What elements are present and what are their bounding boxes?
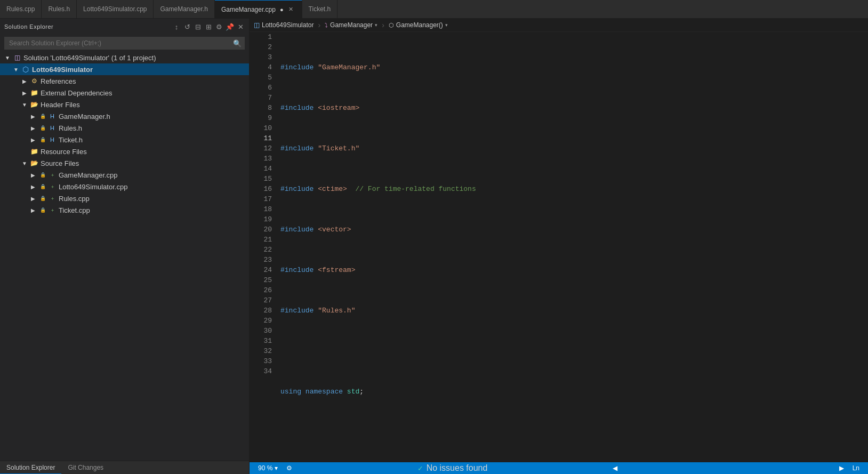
code-content[interactable]: #include "GameManager.h" #include <iostr… — [276, 32, 868, 462]
status-bar-left: 90 % ▾ ⚙ — [254, 462, 296, 474]
line-num-4: 4 — [258, 62, 272, 73]
arrow-down-icon — [20, 100, 29, 109]
arrow-down-icon — [12, 65, 20, 74]
sidebar-pin-icon[interactable]: 📌 — [226, 22, 234, 31]
toolbar-function-dropdown[interactable]: ⬡ GameManager() ▾ — [389, 21, 448, 29]
arrow-right-icon — [20, 77, 29, 85]
line-num-16: 16 — [258, 184, 272, 194]
tab-label: Ticket.h — [309, 5, 331, 13]
tree-item-gamemanager-cpp[interactable]: 🔒 ＋ GameManager.cpp — [0, 169, 249, 181]
tree-item-solution[interactable]: ◫ Solution 'Lotto649Simulator' (1 of 1 p… — [0, 52, 249, 63]
line-num-17: 17 — [258, 194, 272, 204]
tab-lotto649-cpp[interactable]: Lotto649Simulator.cpp — [77, 0, 154, 18]
tree-item-project[interactable]: ⬡ Lotto649Simulator — [0, 63, 249, 75]
line-num-12: 12 — [258, 143, 272, 154]
tree-item-label: Ticket.h — [58, 136, 83, 144]
line-num-8: 8 — [258, 103, 272, 113]
line-num-14: 14 — [258, 164, 272, 174]
line-num-2: 2 — [258, 42, 272, 52]
tree-item-label: Rules.cpp — [58, 195, 90, 203]
tree-item-lotto649-cpp[interactable]: 🔒 ＋ Lotto649Simulator.cpp — [0, 181, 249, 192]
sidebar-refresh-icon[interactable]: ↺ — [183, 22, 191, 31]
scope-icon: ⤵ — [325, 22, 328, 28]
tree-item-references[interactable]: ⚙ References — [0, 75, 249, 87]
plus-icon: ＋ — [48, 182, 57, 191]
tree-item-rules-cpp[interactable]: 🔒 ＋ Rules.cpp — [0, 192, 249, 204]
tab-gamemanager-cpp[interactable]: GameManager.cpp ● ✕ — [215, 0, 302, 18]
code-container[interactable]: 1 2 3 4 5 6 7 8 9 10 11 12 13 14 15 16 1… — [250, 32, 868, 462]
solution-tree: ◫ Solution 'Lotto649Simulator' (1 of 1 p… — [0, 52, 249, 461]
line-num-32: 32 — [258, 346, 272, 356]
line-num-19: 19 — [258, 214, 272, 224]
tab-rules-cpp[interactable]: Rules.cpp — [0, 0, 42, 18]
tree-item-gamemanager-h[interactable]: 🔒 H GameManager.h — [0, 110, 249, 122]
arrow-right-icon — [29, 206, 37, 214]
line-num-10: 10 — [258, 123, 272, 133]
toolbar-scope-dropdown[interactable]: ⤵ GameManager ▾ — [325, 21, 377, 29]
line-num-20: 20 — [258, 224, 272, 235]
code-line-5: #include <vector> — [280, 224, 868, 235]
header-icon: H — [48, 112, 57, 120]
tree-item-rules-h[interactable]: 🔒 H Rules.h — [0, 122, 249, 134]
status-nav-right[interactable]: ▶ — [835, 462, 848, 474]
line-num-15: 15 — [258, 174, 272, 184]
tab-rules-h[interactable]: Rules.h — [42, 0, 77, 18]
no-issues-check-icon: ✓ — [417, 464, 423, 472]
search-icon[interactable]: 🔍 — [233, 39, 242, 47]
code-line-7: #include "Rules.h" — [280, 306, 868, 316]
tree-item-label: Header Files — [39, 101, 80, 109]
tab-close-button[interactable]: ✕ — [287, 5, 295, 14]
sidebar-tab-label: Git Changes — [68, 464, 103, 471]
tab-ticket-h[interactable]: Ticket.h — [302, 0, 338, 18]
line-num-9: 9 — [258, 113, 272, 123]
arrow-down-icon — [3, 53, 12, 62]
line-num-21: 21 — [258, 235, 272, 245]
line-num-6: 6 — [258, 83, 272, 93]
tree-item-resource-files[interactable]: 📁 Resource Files — [0, 146, 249, 157]
tree-item-label: Ticket.cpp — [58, 206, 90, 214]
tree-item-ticket-h[interactable]: 🔒 H Ticket.h — [0, 134, 249, 146]
status-scrollbar[interactable] — [622, 462, 835, 474]
tree-item-source-files[interactable]: 📂 Source Files — [0, 157, 249, 169]
sidebar-tab-git-changes[interactable]: Git Changes — [61, 461, 110, 474]
references-icon: ⚙ — [30, 77, 38, 85]
sidebar-sync-icon[interactable]: ↕ — [172, 22, 181, 31]
zoom-dropdown-icon: ▾ — [275, 464, 278, 472]
status-bar: 90 % ▾ ⚙ ✓ No issues found ◀ ▶ Ln — [250, 462, 868, 474]
code-line-10 — [280, 427, 868, 437]
tab-bar: Rules.cpp Rules.h Lotto649Simulator.cpp … — [0, 0, 868, 19]
code-line-3: #include "Ticket.h" — [280, 143, 868, 154]
status-bar-center: ✓ No issues found — [296, 463, 608, 473]
editor-toolbar: ◫ Lotto649Simulator › ⤵ GameManager ▾ › … — [250, 19, 868, 32]
status-settings-icon[interactable]: ⚙ — [282, 462, 296, 474]
tree-item-ticket-cpp[interactable]: 🔒 ＋ Ticket.cpp — [0, 204, 249, 216]
search-box: 🔍 — [4, 37, 245, 50]
tab-gamemanager-h[interactable]: GameManager.h — [154, 0, 214, 18]
status-nav-left[interactable]: ◀ — [608, 462, 622, 474]
sidebar-close-icon[interactable]: ✕ — [236, 22, 245, 31]
line-num-18: 18 — [258, 204, 272, 214]
gear-icon: ⚙ — [286, 464, 292, 472]
no-arrow — [20, 147, 29, 156]
arrow-down-icon — [20, 159, 29, 167]
chevron-down-icon: ▾ — [375, 22, 377, 28]
code-line-6: #include <fstream> — [280, 265, 868, 275]
tab-label: GameManager.h — [160, 5, 207, 13]
sidebar-collapseall-icon[interactable]: ⊟ — [194, 22, 202, 31]
arrow-right-icon — [29, 112, 37, 120]
sidebar-settings-icon[interactable]: ⚙ — [215, 22, 223, 31]
line-num-28: 28 — [258, 306, 272, 316]
line-num-11: 11 — [258, 133, 272, 143]
arrow-right-icon — [29, 124, 37, 132]
code-line-2: #include <iostream> — [280, 103, 868, 113]
sidebar-filter-icon[interactable]: ⊞ — [204, 22, 213, 31]
tree-item-header-files[interactable]: 📂 Header Files — [0, 99, 249, 110]
sidebar-tab-solution-explorer[interactable]: Solution Explorer — [0, 461, 61, 474]
sidebar-bottom-tabs: Solution Explorer Git Changes — [0, 461, 249, 474]
status-zoom[interactable]: 90 % ▾ — [254, 462, 282, 474]
search-input[interactable] — [4, 37, 245, 50]
lock-icon: 🔒 — [38, 206, 47, 214]
function-icon: ⬡ — [389, 22, 394, 29]
tab-label: Lotto649Simulator.cpp — [83, 5, 147, 13]
tree-item-ext-deps[interactable]: 📁 External Dependencies — [0, 87, 249, 99]
